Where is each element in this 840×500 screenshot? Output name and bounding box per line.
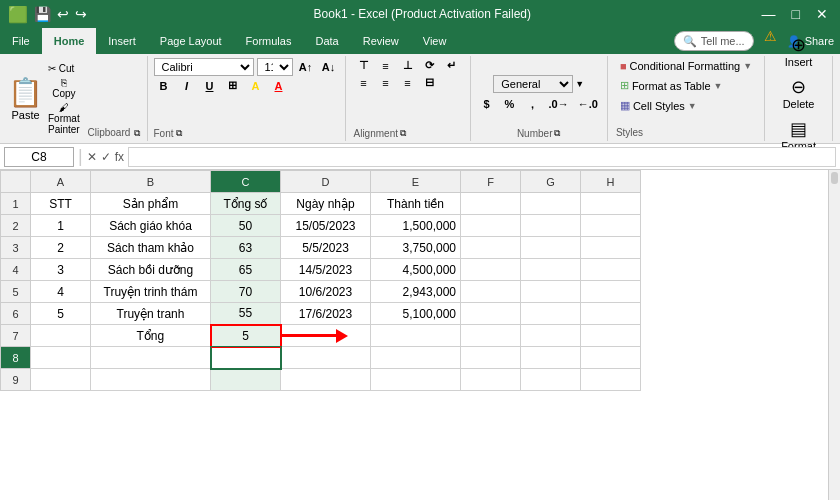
cell-c2[interactable]: 50 <box>211 215 281 237</box>
comma-button[interactable]: , <box>523 97 543 111</box>
cell-e6[interactable]: 5,100,000 <box>371 303 461 325</box>
cell-g1[interactable] <box>521 193 581 215</box>
cell-e8[interactable] <box>371 347 461 369</box>
underline-button[interactable]: U <box>200 79 220 93</box>
increase-font-button[interactable]: A↑ <box>296 60 316 74</box>
cell-g5[interactable] <box>521 281 581 303</box>
row-header-2[interactable]: 2 <box>1 215 31 237</box>
cell-c5[interactable]: 70 <box>211 281 281 303</box>
cell-b6[interactable]: Truyện tranh <box>91 303 211 325</box>
cell-e5[interactable]: 2,943,000 <box>371 281 461 303</box>
minimize-button[interactable]: — <box>758 6 780 22</box>
indent-button[interactable]: ↵ <box>442 58 462 73</box>
cell-f7[interactable] <box>461 325 521 347</box>
cell-a4[interactable]: 3 <box>31 259 91 281</box>
font-color-button[interactable]: A <box>269 79 289 93</box>
cell-g3[interactable] <box>521 237 581 259</box>
cell-g8[interactable] <box>521 347 581 369</box>
cell-h9[interactable] <box>581 369 641 391</box>
cell-b2[interactable]: Sách giáo khóa <box>91 215 211 237</box>
merge-button[interactable]: ⊟ <box>420 75 440 90</box>
col-header-b[interactable]: B <box>91 171 211 193</box>
border-button[interactable]: ⊞ <box>223 78 243 93</box>
col-header-a[interactable]: A <box>31 171 91 193</box>
cell-styles-button[interactable]: ▦ Cell Styles ▼ <box>616 97 756 114</box>
cell-d6[interactable]: 17/6/2023 <box>281 303 371 325</box>
cell-f8[interactable] <box>461 347 521 369</box>
increase-decimal-button[interactable]: .0→ <box>546 97 572 111</box>
cell-a2[interactable]: 1 <box>31 215 91 237</box>
cell-f1[interactable] <box>461 193 521 215</box>
close-button[interactable]: ✕ <box>812 6 832 22</box>
text-direction-button[interactable]: ⟳ <box>420 58 440 73</box>
cut-button[interactable]: ✂ Cut <box>45 62 83 75</box>
tab-formulas[interactable]: Formulas <box>234 28 304 54</box>
cell-a5[interactable]: 4 <box>31 281 91 303</box>
cell-e2[interactable]: 1,500,000 <box>371 215 461 237</box>
font-name-selector[interactable]: Calibri <box>154 58 254 76</box>
align-bottom-button[interactable]: ⊥ <box>398 58 418 73</box>
cell-c9[interactable] <box>211 369 281 391</box>
cell-e1[interactable]: Thành tiền <box>371 193 461 215</box>
col-header-c[interactable]: C <box>211 171 281 193</box>
delete-cells-button[interactable]: ⊖ Delete <box>775 74 823 112</box>
fill-color-button[interactable]: A <box>246 79 266 93</box>
cell-f3[interactable] <box>461 237 521 259</box>
cell-e9[interactable] <box>371 369 461 391</box>
name-box[interactable] <box>4 147 74 167</box>
cell-d5[interactable]: 10/6/2023 <box>281 281 371 303</box>
cell-e7[interactable] <box>371 325 461 347</box>
cell-a1[interactable]: STT <box>31 193 91 215</box>
cell-h5[interactable] <box>581 281 641 303</box>
cell-h8[interactable] <box>581 347 641 369</box>
col-header-f[interactable]: F <box>461 171 521 193</box>
number-format-selector[interactable]: General <box>493 75 573 93</box>
tab-file[interactable]: File <box>0 28 42 54</box>
align-middle-button[interactable]: ≡ <box>376 59 396 73</box>
font-size-selector[interactable]: 11 <box>257 58 293 76</box>
cell-f2[interactable] <box>461 215 521 237</box>
confirm-formula-button[interactable]: ✓ <box>101 150 111 164</box>
cell-c8[interactable] <box>211 347 281 369</box>
scrollbar-thumb[interactable] <box>831 172 838 184</box>
number-format-expand[interactable]: ▼ <box>575 79 584 89</box>
cell-a6[interactable]: 5 <box>31 303 91 325</box>
cell-c1[interactable]: Tổng số <box>211 193 281 215</box>
cell-a3[interactable]: 2 <box>31 237 91 259</box>
conditional-formatting-button[interactable]: ■ Conditional Formatting ▼ <box>616 58 756 74</box>
row-header-7[interactable]: 7 <box>1 325 31 347</box>
cell-c6[interactable]: 55 <box>211 303 281 325</box>
col-header-e[interactable]: E <box>371 171 461 193</box>
tell-me-box[interactable]: 🔍 Tell me... <box>674 31 754 51</box>
row-header-8[interactable]: 8 <box>1 347 31 369</box>
insert-function-button[interactable]: fx <box>115 150 124 164</box>
cell-g7[interactable] <box>521 325 581 347</box>
copy-button[interactable]: ⎘ Copy <box>45 76 83 100</box>
tab-home[interactable]: Home <box>42 28 97 54</box>
cell-c3[interactable]: 63 <box>211 237 281 259</box>
row-header-1[interactable]: 1 <box>1 193 31 215</box>
cell-g6[interactable] <box>521 303 581 325</box>
row-header-6[interactable]: 6 <box>1 303 31 325</box>
align-center-button[interactable]: ≡ <box>376 76 396 90</box>
decrease-decimal-button[interactable]: ←.0 <box>575 97 601 111</box>
tab-data[interactable]: Data <box>303 28 350 54</box>
align-left-button[interactable]: ≡ <box>354 76 374 90</box>
cell-b1[interactable]: Sản phẩm <box>91 193 211 215</box>
col-header-d[interactable]: D <box>281 171 371 193</box>
cell-d3[interactable]: 5/5/2023 <box>281 237 371 259</box>
cell-e3[interactable]: 3,750,000 <box>371 237 461 259</box>
cell-f9[interactable] <box>461 369 521 391</box>
col-header-g[interactable]: G <box>521 171 581 193</box>
cell-g2[interactable] <box>521 215 581 237</box>
cell-g9[interactable] <box>521 369 581 391</box>
row-header-4[interactable]: 4 <box>1 259 31 281</box>
cell-d1[interactable]: Ngày nhập <box>281 193 371 215</box>
cell-b3[interactable]: Sách tham khảo <box>91 237 211 259</box>
cell-a8[interactable] <box>31 347 91 369</box>
cell-e4[interactable]: 4,500,000 <box>371 259 461 281</box>
save-icon[interactable]: 💾 <box>34 6 51 22</box>
percent-button[interactable]: % <box>500 97 520 111</box>
paste-button[interactable]: 📋 Paste <box>8 58 43 139</box>
format-painter-button[interactable]: 🖌 Format Painter <box>45 101 83 136</box>
